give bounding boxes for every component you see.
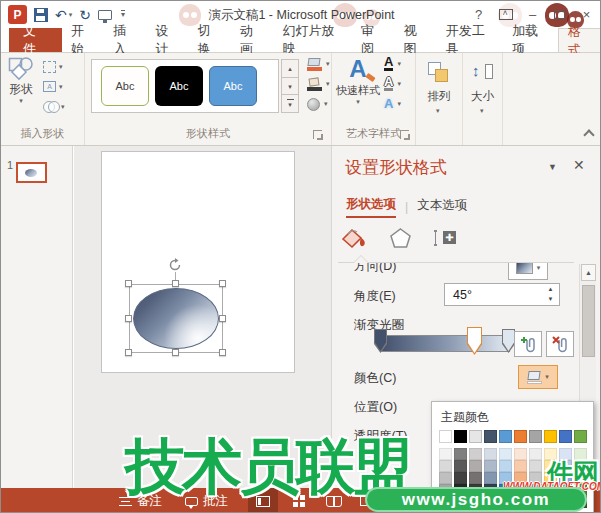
notes-button[interactable]: 备注 xyxy=(119,488,162,513)
variant-color-swatch[interactable] xyxy=(454,496,467,508)
variant-color-swatch[interactable] xyxy=(544,460,557,472)
shape-outline-button[interactable]: ▾ xyxy=(307,76,330,92)
ribbon-tab[interactable]: 视图 xyxy=(394,28,436,52)
ellipse-shape[interactable] xyxy=(133,288,219,349)
size-properties-icon[interactable]: ✚ xyxy=(434,228,456,248)
shape-style-thumbnail[interactable]: Abc xyxy=(101,66,149,106)
ribbon-tab[interactable]: 幻灯片放映 xyxy=(273,28,352,52)
gradient-color-button[interactable]: ▾ xyxy=(518,365,558,389)
resize-handle-s[interactable] xyxy=(172,349,179,356)
variant-color-swatch[interactable] xyxy=(469,484,482,496)
pane-close-icon[interactable]: ✕ xyxy=(573,157,585,173)
variant-color-swatch[interactable] xyxy=(574,460,587,472)
save-icon[interactable] xyxy=(34,8,48,22)
variant-color-swatch[interactable] xyxy=(529,472,542,484)
resize-handle-n[interactable] xyxy=(172,280,179,287)
theme-color-swatch[interactable] xyxy=(574,430,587,443)
resize-handle-ne[interactable] xyxy=(219,280,226,287)
edit-shape-button[interactable]: ▾ xyxy=(43,59,65,74)
variant-color-swatch[interactable] xyxy=(544,448,557,460)
theme-color-swatch[interactable] xyxy=(484,430,497,443)
variant-color-swatch[interactable] xyxy=(484,496,497,508)
ribbon-tab[interactable]: 格式 xyxy=(558,28,601,52)
variant-color-swatch[interactable] xyxy=(574,496,587,508)
shape-effects-button[interactable]: ▾ xyxy=(307,96,330,112)
merge-shapes-button[interactable]: ▾ xyxy=(43,99,65,114)
effects-pentagon-icon[interactable] xyxy=(389,227,412,249)
variant-color-swatch[interactable] xyxy=(454,484,467,496)
variant-color-swatch[interactable] xyxy=(574,448,587,460)
arrange-button[interactable]: 排列 ▾ xyxy=(416,53,462,145)
variant-color-swatch[interactable] xyxy=(454,448,467,460)
variant-color-swatch[interactable] xyxy=(439,460,452,472)
variant-color-swatch[interactable] xyxy=(559,472,572,484)
variant-color-swatch[interactable] xyxy=(484,484,497,496)
fill-line-icon[interactable] xyxy=(340,226,367,250)
variant-color-swatch[interactable] xyxy=(499,496,512,508)
variant-color-swatch[interactable] xyxy=(454,460,467,472)
ribbon-tab[interactable]: 切换 xyxy=(189,28,231,52)
rotation-handle[interactable] xyxy=(168,258,182,272)
variant-color-swatch[interactable] xyxy=(529,448,542,460)
theme-color-swatch[interactable] xyxy=(529,430,542,443)
resize-handle-sw[interactable] xyxy=(125,349,132,356)
variant-color-swatch[interactable] xyxy=(514,448,527,460)
variant-color-swatch[interactable] xyxy=(439,496,452,508)
variant-color-swatch[interactable] xyxy=(469,460,482,472)
resize-handle-nw[interactable] xyxy=(125,280,132,287)
theme-color-swatch[interactable] xyxy=(514,430,527,443)
gallery-down-button[interactable]: ▾ xyxy=(281,78,299,96)
variant-color-swatch[interactable] xyxy=(529,460,542,472)
shape-fill-button[interactable]: ▾ xyxy=(307,56,330,72)
variant-color-swatch[interactable] xyxy=(559,448,572,460)
variant-color-swatch[interactable] xyxy=(454,472,467,484)
ribbon-tab[interactable]: 开始 xyxy=(62,28,104,52)
size-button[interactable]: ↕ 大小 ▾ xyxy=(463,53,502,145)
spin-up-icon[interactable]: ▲ xyxy=(544,285,557,294)
variant-color-swatch[interactable] xyxy=(469,496,482,508)
shapes-button[interactable]: 形状 ▾ xyxy=(4,57,38,123)
slide-sorter-view-button[interactable] xyxy=(284,488,314,513)
ribbon-tab[interactable]: 审阅 xyxy=(352,28,394,52)
angle-spinner[interactable]: 45° ▲ ▼ xyxy=(444,283,560,306)
remove-gradient-stop-button[interactable] xyxy=(546,331,574,357)
theme-color-swatch[interactable] xyxy=(544,430,557,443)
tab-file[interactable]: 文件 xyxy=(9,28,62,52)
variant-color-swatch[interactable] xyxy=(559,496,572,508)
variant-color-swatch[interactable] xyxy=(529,496,542,508)
gallery-more-button[interactable]: ▾ xyxy=(281,95,299,113)
variant-color-swatch[interactable] xyxy=(559,484,572,496)
variant-color-swatch[interactable] xyxy=(469,448,482,460)
text-box-button[interactable]: A▾ xyxy=(43,79,65,94)
variant-color-swatch[interactable] xyxy=(469,472,482,484)
undo-icon[interactable]: ↶▾ xyxy=(55,8,72,22)
variant-color-swatch[interactable] xyxy=(499,448,512,460)
shape-style-thumbnail[interactable]: Abc xyxy=(155,66,203,106)
comments-button[interactable]: 批注 xyxy=(185,488,228,513)
variant-color-swatch[interactable] xyxy=(439,484,452,496)
text-outline-button[interactable]: A▾ xyxy=(384,75,401,92)
variant-color-swatch[interactable] xyxy=(544,496,557,508)
slide-thumbnail-selected[interactable] xyxy=(16,162,47,183)
customize-qat-icon[interactable]: ▾ xyxy=(119,10,125,19)
variant-color-swatch[interactable] xyxy=(574,472,587,484)
variant-color-swatch[interactable] xyxy=(574,484,587,496)
redo-icon[interactable]: ↻ xyxy=(79,8,91,22)
ribbon-tab[interactable]: 开发工具 xyxy=(437,28,504,52)
ribbon-tab[interactable]: 加载项 xyxy=(503,28,557,52)
scrollbar-thumb[interactable] xyxy=(582,285,595,357)
slideshow-view-button[interactable] xyxy=(351,488,381,513)
start-slideshow-icon[interactable] xyxy=(98,10,112,20)
variant-color-swatch[interactable] xyxy=(544,472,557,484)
variant-color-swatch[interactable] xyxy=(514,484,527,496)
direction-dropdown[interactable]: ▾ xyxy=(508,263,548,280)
variant-color-swatch[interactable] xyxy=(514,496,527,508)
theme-color-swatch[interactable] xyxy=(454,430,467,443)
tab-text-options[interactable]: 文本选项 xyxy=(417,197,467,217)
scrollbar-up-icon[interactable]: ▲ xyxy=(581,264,596,281)
variant-color-swatch[interactable] xyxy=(544,484,557,496)
variant-color-swatch[interactable] xyxy=(499,472,512,484)
variant-color-swatch[interactable] xyxy=(514,460,527,472)
theme-color-swatch[interactable] xyxy=(439,430,452,443)
spin-down-icon[interactable]: ▼ xyxy=(544,295,557,304)
